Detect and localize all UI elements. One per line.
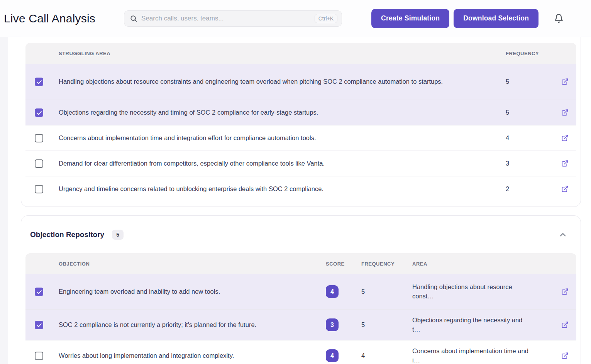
frequency-cell: 5 — [506, 109, 553, 116]
struggling-area-cell: Objections regarding the necessity and t… — [59, 108, 462, 117]
row-checkbox[interactable] — [35, 159, 43, 168]
frequency-cell: 4 — [506, 134, 553, 142]
area-cell: Handling objections about resource const… — [412, 283, 532, 301]
objection-cell: Worries about long implementation and in… — [59, 351, 314, 361]
table-row[interactable]: Concerns about implementation time and i… — [25, 125, 576, 151]
external-link-icon[interactable] — [561, 288, 569, 295]
score-badge: 4 — [326, 349, 339, 362]
row-checkbox[interactable] — [35, 288, 43, 296]
table-row[interactable]: SOC 2 compliance is not currently a prio… — [25, 309, 576, 340]
frequency-cell: 5 — [361, 321, 412, 328]
notifications-bell-icon[interactable] — [553, 13, 564, 24]
content-area: STRUGGLING AREA FREQUENCY Handling objec… — [0, 37, 591, 364]
top-bar: Live Call Analysis Ctrl+K Create Simulat… — [0, 0, 591, 37]
column-header-objection: OBJECTION — [59, 261, 326, 267]
external-link-icon[interactable] — [561, 352, 569, 359]
search-bar: Ctrl+K — [124, 10, 342, 27]
row-checkbox[interactable] — [35, 108, 43, 117]
table-row[interactable]: Engineering team overload and inability … — [25, 274, 576, 309]
area-cell: Concerns about implementation time and i… — [412, 347, 532, 364]
column-header-area: AREA — [412, 261, 553, 267]
external-link-icon[interactable] — [561, 78, 569, 85]
column-header-frequency: FREQUENCY — [361, 261, 412, 267]
objection-cell: Engineering team overload and inability … — [59, 287, 314, 296]
table-header-row: OBJECTION SCORE FREQUENCY AREA — [25, 253, 576, 274]
objection-repository-header: Objection Repository 5 — [25, 216, 576, 253]
row-checkbox[interactable] — [35, 352, 43, 360]
struggling-area-cell: Concerns about implementation time and i… — [59, 134, 462, 143]
row-checkbox[interactable] — [35, 321, 43, 329]
external-link-icon[interactable] — [561, 185, 569, 193]
frequency-cell: 5 — [506, 78, 553, 85]
external-link-icon[interactable] — [561, 160, 569, 167]
objection-repository-card: Objection Repository 5 OBJECTION SCORE F… — [21, 215, 581, 364]
table-row[interactable]: Urgency and timeline concerns related to… — [25, 176, 576, 201]
struggling-area-cell: Handling objections about resource const… — [59, 77, 462, 86]
row-checkbox[interactable] — [35, 134, 43, 142]
frequency-cell: 4 — [361, 352, 412, 359]
search-icon — [130, 15, 137, 22]
column-header-frequency: FREQUENCY — [506, 51, 553, 56]
section-title: Objection Repository — [30, 230, 104, 239]
create-simulation-button[interactable]: Create Simulation — [371, 9, 449, 28]
table-row[interactable]: Worries about long implementation and in… — [25, 340, 576, 364]
struggling-areas-table: STRUGGLING AREA FREQUENCY Handling objec… — [25, 43, 576, 201]
struggling-areas-card: STRUGGLING AREA FREQUENCY Handling objec… — [21, 37, 581, 207]
table-row[interactable]: Objections regarding the necessity and t… — [25, 100, 576, 125]
frequency-cell: 2 — [506, 185, 553, 193]
page-title: Live Call Analysis — [4, 12, 95, 25]
column-header-struggling-area: STRUGGLING AREA — [59, 51, 506, 56]
struggling-area-cell: Urgency and timeline concerns related to… — [59, 185, 462, 194]
search-input[interactable] — [141, 15, 315, 22]
search-shortcut-badge: Ctrl+K — [315, 14, 337, 23]
external-link-icon[interactable] — [561, 321, 569, 328]
count-badge: 5 — [112, 230, 124, 240]
objection-cell: SOC 2 compliance is not currently a prio… — [59, 320, 314, 330]
struggling-area-cell: Demand for clear differentiation from co… — [59, 159, 462, 168]
score-badge: 3 — [326, 318, 339, 331]
column-header-score: SCORE — [326, 261, 361, 267]
row-checkbox[interactable] — [35, 185, 43, 193]
left-gutter — [0, 37, 8, 364]
download-selection-button[interactable]: Download Selection — [454, 9, 539, 28]
collapse-chevron-up-icon[interactable] — [557, 229, 569, 240]
table-row[interactable]: Demand for clear differentiation from co… — [25, 151, 576, 176]
table-header-row: STRUGGLING AREA FREQUENCY — [25, 43, 576, 64]
external-link-icon[interactable] — [561, 109, 569, 116]
frequency-cell: 3 — [506, 160, 553, 167]
external-link-icon[interactable] — [561, 134, 569, 142]
table-row[interactable]: Handling objections about resource const… — [25, 64, 576, 100]
objection-table: OBJECTION SCORE FREQUENCY AREA Engineeri… — [25, 253, 576, 364]
score-badge: 4 — [326, 285, 339, 298]
row-checkbox[interactable] — [35, 78, 43, 86]
area-cell: Objections regarding the necessity and t… — [412, 316, 532, 334]
frequency-cell: 5 — [361, 288, 412, 295]
